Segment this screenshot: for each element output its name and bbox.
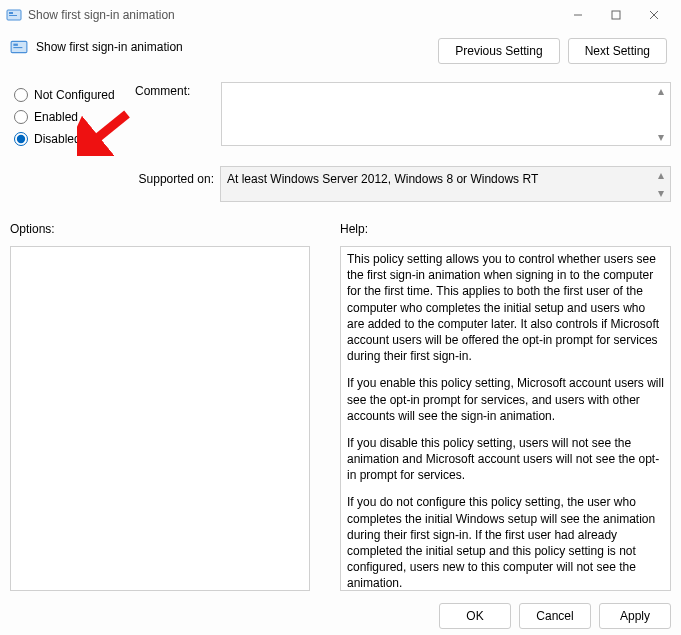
radio-disabled-label[interactable]: Disabled: [34, 132, 81, 146]
window-controls: [559, 4, 673, 26]
help-label: Help:: [340, 222, 671, 236]
help-paragraph: This policy setting allows you to contro…: [347, 251, 664, 364]
help-paragraph: If you enable this policy setting, Micro…: [347, 375, 664, 424]
radio-not-configured-label[interactable]: Not Configured: [34, 88, 115, 102]
radio-not-configured[interactable]: [14, 88, 28, 102]
supported-row: Supported on: At least Windows Server 20…: [118, 166, 671, 202]
svg-rect-1: [9, 12, 13, 14]
supported-value: At least Windows Server 2012, Windows 8 …: [227, 172, 538, 186]
scroll-up-icon[interactable]: ▴: [654, 84, 668, 98]
cancel-button[interactable]: Cancel: [519, 603, 591, 629]
supported-value-box: At least Windows Server 2012, Windows 8 …: [220, 166, 671, 202]
help-paragraph: If you do not configure this policy sett…: [347, 494, 664, 591]
apply-button[interactable]: Apply: [599, 603, 671, 629]
svg-rect-2: [9, 15, 17, 16]
radio-enabled-label[interactable]: Enabled: [34, 110, 78, 124]
policy-icon: [6, 7, 22, 23]
dialog-buttons: OK Cancel Apply: [439, 603, 671, 629]
policy-name: Show first sign-in animation: [36, 40, 183, 54]
previous-setting-button[interactable]: Previous Setting: [438, 38, 559, 64]
radio-enabled[interactable]: [14, 110, 28, 124]
minimize-button[interactable]: [559, 4, 597, 26]
state-radio-group: Not Configured Enabled Disabled: [0, 80, 130, 146]
next-setting-button[interactable]: Next Setting: [568, 38, 667, 64]
options-label: Options:: [10, 222, 310, 236]
help-panel: This policy setting allows you to contro…: [340, 246, 671, 591]
scroll-down-icon[interactable]: ▾: [654, 186, 668, 200]
svg-rect-4: [612, 11, 620, 19]
header: Show first sign-in animation Previous Se…: [0, 28, 681, 68]
radio-disabled[interactable]: [14, 132, 28, 146]
window-title: Show first sign-in animation: [28, 8, 559, 22]
titlebar: Show first sign-in animation: [0, 0, 681, 28]
supported-label: Supported on:: [118, 166, 214, 202]
comment-row: Comment: ▴ ▾: [135, 82, 671, 146]
comment-textarea[interactable]: ▴ ▾: [221, 82, 671, 146]
svg-rect-8: [13, 44, 18, 46]
maximize-button[interactable]: [597, 4, 635, 26]
scroll-up-icon[interactable]: ▴: [654, 168, 668, 182]
policy-icon: [10, 38, 28, 56]
scroll-down-icon[interactable]: ▾: [654, 130, 668, 144]
close-button[interactable]: [635, 4, 673, 26]
help-paragraph: If you disable this policy setting, user…: [347, 435, 664, 484]
ok-button[interactable]: OK: [439, 603, 511, 629]
options-panel: [10, 246, 310, 591]
svg-rect-9: [13, 47, 22, 48]
comment-label: Comment:: [135, 82, 215, 146]
